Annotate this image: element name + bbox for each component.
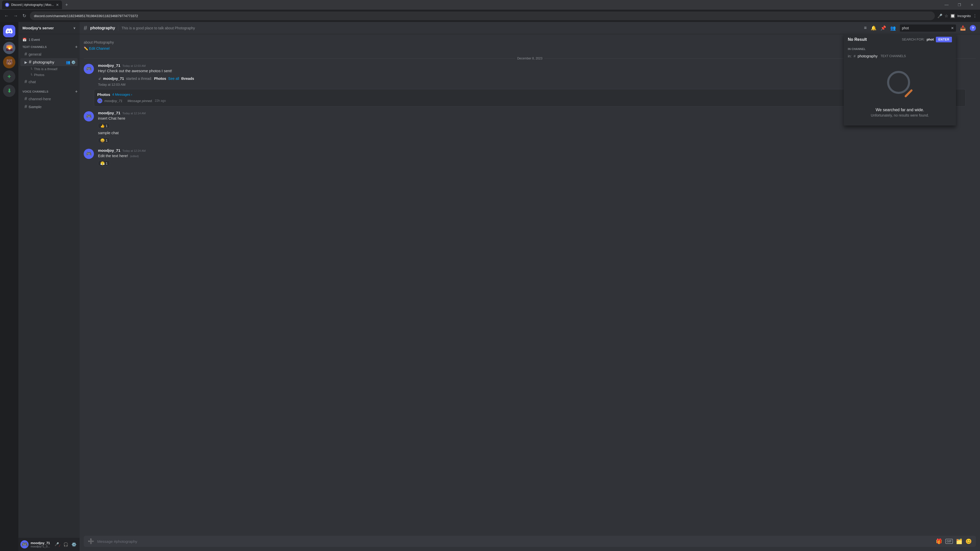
notifications-icon[interactable]: 🔔 <box>871 25 877 31</box>
reaction-container-4: 😤 1 <box>98 159 976 166</box>
voice-channel-here[interactable]: # channel-here <box>21 95 78 103</box>
channel-item-chat[interactable]: # chat <box>21 78 78 86</box>
nav-refresh-button[interactable]: ↻ <box>21 12 27 20</box>
message-username-3: moodjoy_71 <box>98 111 121 115</box>
mute-button[interactable]: 🎤╱ <box>54 541 61 548</box>
deafen-button[interactable]: 🎧 <box>62 541 69 548</box>
channel-name-general: general <box>29 52 76 56</box>
add-member-icon[interactable]: 👥 <box>66 60 70 64</box>
threads-icon[interactable]: ≡ <box>864 25 867 30</box>
extension-icon[interactable]: 🔲 <box>950 14 955 18</box>
server-icon-2[interactable]: 🐻 <box>3 56 15 68</box>
search-enter-button[interactable]: ENTER <box>936 37 952 42</box>
thread-name-inline: Photos <box>154 76 166 81</box>
message-input-field[interactable] <box>97 539 933 544</box>
user-settings-button[interactable]: ⚙️ <box>70 541 78 548</box>
tab-favicon: D <box>5 3 9 7</box>
reaction-thumbsup[interactable]: 👍 1 <box>98 123 110 129</box>
settings-icon[interactable]: ⚙️ <box>71 60 76 64</box>
thread-preview-text <box>124 99 126 103</box>
reaction-container-extra: 😄 1 <box>98 137 976 143</box>
thread-card-title: Photos 4 Messages › <box>97 92 963 97</box>
nav-back-button[interactable]: ← <box>3 12 10 20</box>
in-label: in: <box>848 54 852 58</box>
window-minimize-button[interactable]: — <box>941 0 953 10</box>
thread-message-count[interactable]: 4 Messages › <box>112 93 132 97</box>
user-info: moodjoy_71 moodjoy71_0... <box>30 541 52 548</box>
search-results-header: No Result SEARCH FOR: phot ENTER <box>844 34 956 45</box>
new-tab-button[interactable]: + <box>63 1 70 8</box>
message-avatar-1: 🎮 <box>84 64 94 74</box>
inbox-icon[interactable]: 📥 <box>960 25 966 31</box>
channel-hash-icon: # <box>24 104 27 110</box>
tab-close-button[interactable]: ✕ <box>56 3 59 7</box>
calendar-icon: 📅 <box>22 38 27 41</box>
thread-indicator-icon: └ <box>30 67 32 71</box>
gif-button[interactable]: GIF <box>945 539 953 544</box>
channel-hash-icon: # <box>24 96 27 102</box>
window-controls: — ❐ ✕ <box>941 0 978 10</box>
main-content: # photography This is a good place to ta… <box>80 22 980 551</box>
magnifier-illustration <box>885 71 915 102</box>
text-channels-header[interactable]: TEXT CHANNELS + <box>18 43 80 50</box>
message-content-4: moodjoy_71 Today at 12:24 AM Edit the te… <box>98 148 976 166</box>
thread-preview-content: Message pinned. <box>127 99 153 103</box>
gift-icon[interactable]: 🎁 <box>936 538 942 545</box>
search-channel-result[interactable]: in: # photography TEXT CHANNELS <box>844 52 956 61</box>
voice-channels-header[interactable]: VOICE CHANNELS + <box>18 88 80 95</box>
add-server-button[interactable]: + <box>3 70 15 83</box>
address-bar-input[interactable]: discord.com/channels/1182346851781984336… <box>30 11 935 20</box>
no-result-label: No Result <box>848 37 900 42</box>
members-icon[interactable]: 👥 <box>890 25 896 31</box>
no-results-title: We searched far and wide. <box>876 108 924 112</box>
reaction-grin[interactable]: 😄 1 <box>98 138 110 143</box>
search-query-value: phot <box>927 38 934 41</box>
browser-tab-active[interactable]: D Discord | #photography | Moo... ✕ <box>2 0 62 9</box>
menu-icon[interactable]: ⋮ <box>973 14 977 18</box>
download-apps-button[interactable]: ⬇ <box>3 85 15 97</box>
url-text: discord.com/channels/1182346851781984336… <box>34 14 138 18</box>
thread-preview-avatar: 🎮 <box>97 98 102 103</box>
search-bar[interactable]: ✕ <box>900 24 956 32</box>
help-icon[interactable]: ? <box>970 25 976 31</box>
bookmark-icon[interactable]: ☆ <box>945 14 948 18</box>
sticker-icon[interactable]: 🗂️ <box>956 538 963 545</box>
discord-home-button[interactable] <box>3 25 15 37</box>
channel-item-general[interactable]: # general <box>21 50 78 58</box>
thread-card[interactable]: Photos 4 Messages › 🎮 moodjoy_71 Message… <box>94 89 966 106</box>
message-time-1: Today at 12:03 AM <box>123 64 146 67</box>
sidebar-event[interactable]: 📅 1 Event <box>18 36 80 43</box>
reaction-count: 1 <box>106 138 107 142</box>
account-icon[interactable]: Incognito <box>957 14 971 18</box>
thread-item-0[interactable]: └ This is a thread! <box>21 66 78 72</box>
channel-header: # photography This is a good place to ta… <box>80 22 980 34</box>
channel-active-indicator: ▶ <box>24 60 27 64</box>
window-close-button[interactable]: ✕ <box>966 0 978 10</box>
search-clear-button[interactable]: ✕ <box>951 26 954 30</box>
chat-message: 🎮 moodjoy_71 Today at 12:24 AM Edit the … <box>80 147 980 167</box>
thread-name-0: This is a thread! <box>34 67 58 71</box>
add-voice-channel-button[interactable]: + <box>75 89 78 94</box>
add-text-channel-button[interactable]: + <box>75 44 78 49</box>
see-all-threads-link[interactable]: See all <box>168 76 179 81</box>
channel-name-photography: photography <box>33 60 64 64</box>
server-icon-1[interactable]: 🌄 <box>3 42 15 54</box>
server-list: 🌄 🐻 + ⬇ <box>0 22 18 551</box>
pin-icon[interactable]: 📌 <box>880 25 886 31</box>
window-maximize-button[interactable]: ❐ <box>953 0 965 10</box>
nav-forward-button[interactable]: → <box>12 12 19 20</box>
thread-item-1[interactable]: └ Photos <box>21 72 78 78</box>
emoji-icon[interactable]: 😊 <box>966 538 972 545</box>
search-input[interactable] <box>902 26 951 30</box>
server-name: Moodjoy's server <box>22 26 54 30</box>
reaction-triumph[interactable]: 😤 1 <box>98 160 110 166</box>
message-extra-text-3: sample chat <box>98 130 976 135</box>
channel-item-photography[interactable]: ▶ # photography 👥 ⚙️ <box>21 58 78 66</box>
microphone-icon[interactable]: 🎤 <box>937 14 942 18</box>
channel-header-description: This is a good place to talk about Photo… <box>121 26 861 30</box>
server-header[interactable]: Moodjoy's server ∨ <box>18 22 80 34</box>
input-action-buttons: 🎁 GIF 🗂️ 😊 <box>936 538 972 545</box>
edited-label: (edited) <box>130 155 139 158</box>
voice-channel-sample[interactable]: # Sample <box>21 103 78 111</box>
add-file-button[interactable]: ➕ <box>88 538 94 545</box>
